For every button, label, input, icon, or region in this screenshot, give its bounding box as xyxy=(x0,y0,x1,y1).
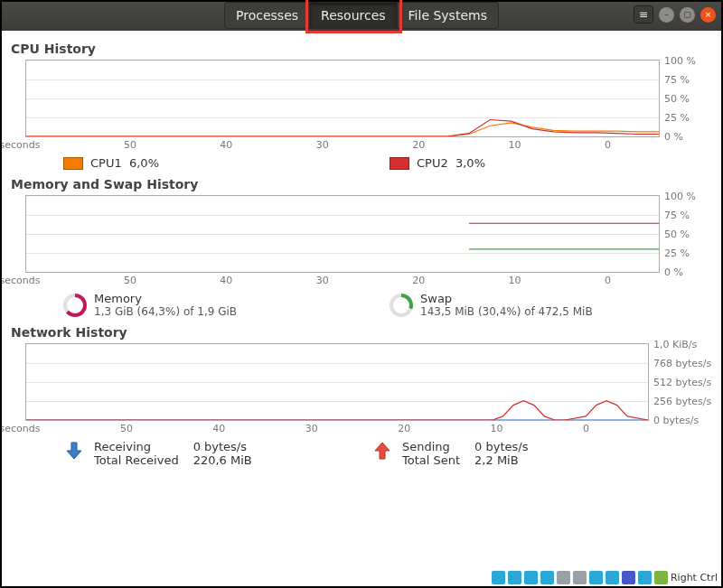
x-tick: 50 xyxy=(124,275,136,286)
x-tick: 10 xyxy=(509,275,521,286)
receiving-rate: 0 bytes/s xyxy=(193,440,252,453)
y-tick: 25 % xyxy=(664,112,690,124)
y-tick: 256 bytes/s xyxy=(653,396,711,407)
maximize-button[interactable]: ▢ xyxy=(680,7,695,23)
cpu-x-axis: 60 seconds 50 40 30 20 10 0 xyxy=(16,139,660,151)
x-tick: 50 xyxy=(120,423,133,434)
network-x-axis: 60 seconds 50 40 30 20 10 0 xyxy=(16,423,649,434)
cpu2-legend[interactable]: CPU2 3,0% xyxy=(390,156,716,170)
network-section-title: Network History xyxy=(11,325,716,340)
status-icon[interactable] xyxy=(492,571,505,584)
tab-resources[interactable]: Resources xyxy=(310,2,398,29)
sending-rate: 0 bytes/s xyxy=(474,440,528,453)
x-tick: 0 xyxy=(605,139,611,151)
y-tick: 25 % xyxy=(664,247,690,259)
memory-legend[interactable]: Memory 1,3 GiB (64,3%) of 1,9 GiB xyxy=(63,292,390,318)
y-tick: 100 % xyxy=(664,55,696,67)
tab-file-systems[interactable]: File Systems xyxy=(398,2,499,29)
x-tick: 40 xyxy=(220,275,232,286)
cpu2-label: CPU2 xyxy=(417,156,448,170)
memory-label: Memory xyxy=(94,292,237,305)
status-icon[interactable] xyxy=(573,571,587,584)
cpu-y-axis: 100 % 75 % 50 % 25 % 0 % xyxy=(659,61,713,136)
host-key-label: Right Ctrl xyxy=(671,572,718,583)
status-icon[interactable] xyxy=(508,571,521,584)
memory-section-title: Memory and Swap History xyxy=(11,177,716,191)
x-tick: 0 xyxy=(583,423,589,434)
x-tick: 20 xyxy=(412,139,425,151)
titlebar: Processes Resources File Systems ≡ – ▢ × xyxy=(0,0,723,31)
y-tick: 0 bytes/s xyxy=(653,415,699,426)
content: CPU History 100 % 75 % 50 % 25 % 0 % 60 … xyxy=(0,31,723,467)
cpu-chart: 100 % 75 % 50 % 25 % 0 % xyxy=(25,60,660,137)
x-tick: 40 xyxy=(220,139,232,151)
y-tick: 768 bytes/s xyxy=(653,358,711,369)
status-icon[interactable] xyxy=(606,571,619,584)
y-tick: 100 % xyxy=(664,191,696,202)
swap-label: Swap xyxy=(420,292,593,305)
sending-legend[interactable]: Sending 0 bytes/s Total Sent 2,2 MiB xyxy=(371,440,680,467)
x-tick: 50 xyxy=(124,139,136,151)
x-tick: 20 xyxy=(412,275,425,286)
status-icon[interactable] xyxy=(654,571,668,584)
receiving-legend[interactable]: Receiving 0 bytes/s Total Received 220,6… xyxy=(63,440,371,467)
window-controls: ≡ – ▢ × xyxy=(634,5,716,23)
status-icon[interactable] xyxy=(638,571,652,584)
memory-detail: 1,3 GiB (64,3%) of 1,9 GiB xyxy=(94,305,237,318)
receiving-label: Receiving xyxy=(94,440,179,453)
memory-chart: 100 % 75 % 50 % 25 % 0 % xyxy=(25,195,660,273)
cpu2-value: 3,0% xyxy=(455,156,485,170)
cpu1-swatch-icon xyxy=(63,157,83,170)
x-tick: 20 xyxy=(398,423,410,434)
y-tick: 75 % xyxy=(664,74,690,86)
y-tick: 1,0 KiB/s xyxy=(653,339,697,350)
x-tick: 60 seconds xyxy=(0,275,40,286)
y-tick: 512 bytes/s xyxy=(653,377,711,388)
total-received-value: 220,6 MiB xyxy=(193,453,252,467)
x-tick: 60 seconds xyxy=(0,139,40,151)
tab-processes[interactable]: Processes xyxy=(224,2,310,29)
close-button[interactable]: × xyxy=(700,7,716,23)
hamburger-menu-button[interactable]: ≡ xyxy=(634,5,653,23)
status-icon[interactable] xyxy=(622,571,635,584)
cpu1-label: CPU1 xyxy=(90,156,122,170)
swap-detail: 143,5 MiB (30,4%) of 472,5 MiB xyxy=(420,305,593,318)
cpu-section-title: CPU History xyxy=(11,42,716,56)
x-tick: 30 xyxy=(316,275,329,286)
x-tick: 0 xyxy=(605,275,611,286)
x-tick: 40 xyxy=(212,423,225,434)
status-icon[interactable] xyxy=(557,571,570,584)
y-tick: 75 % xyxy=(664,210,690,221)
minimize-button[interactable]: – xyxy=(659,7,674,23)
memory-pie-icon xyxy=(63,294,87,317)
total-received-label: Total Received xyxy=(94,453,179,467)
x-tick: 30 xyxy=(305,423,318,434)
x-tick: 10 xyxy=(491,423,503,434)
y-tick: 0 % xyxy=(664,266,683,278)
upload-arrow-icon xyxy=(371,440,393,462)
y-tick: 0 % xyxy=(664,131,683,143)
view-tabs: Processes Resources File Systems xyxy=(224,2,499,29)
x-tick: 30 xyxy=(316,139,329,151)
total-sent-label: Total Sent xyxy=(402,453,460,467)
memory-x-axis: 60 seconds 50 40 30 20 10 0 xyxy=(16,275,660,286)
status-icon[interactable] xyxy=(540,571,554,584)
cpu1-legend[interactable]: CPU1 6,0% xyxy=(63,156,390,170)
x-tick: 10 xyxy=(509,139,521,151)
network-y-axis: 1,0 KiB/s 768 bytes/s 512 bytes/s 256 by… xyxy=(648,344,713,420)
vm-status-bar: Right Ctrl xyxy=(492,571,718,584)
network-chart: 1,0 KiB/s 768 bytes/s 512 bytes/s 256 by… xyxy=(25,343,649,421)
y-tick: 50 % xyxy=(664,229,690,240)
download-arrow-icon xyxy=(63,440,85,462)
y-tick: 50 % xyxy=(664,93,690,105)
status-icon[interactable] xyxy=(524,571,538,584)
total-sent-value: 2,2 MiB xyxy=(474,453,528,467)
swap-pie-icon xyxy=(390,294,413,317)
status-icon[interactable] xyxy=(589,571,603,584)
x-tick: 60 seconds xyxy=(0,423,40,434)
cpu2-swatch-icon xyxy=(390,157,409,170)
sending-label: Sending xyxy=(402,440,460,453)
memory-y-axis: 100 % 75 % 50 % 25 % 0 % xyxy=(659,196,713,272)
swap-legend[interactable]: Swap 143,5 MiB (30,4%) of 472,5 MiB xyxy=(390,292,716,318)
cpu1-value: 6,0% xyxy=(129,156,159,170)
